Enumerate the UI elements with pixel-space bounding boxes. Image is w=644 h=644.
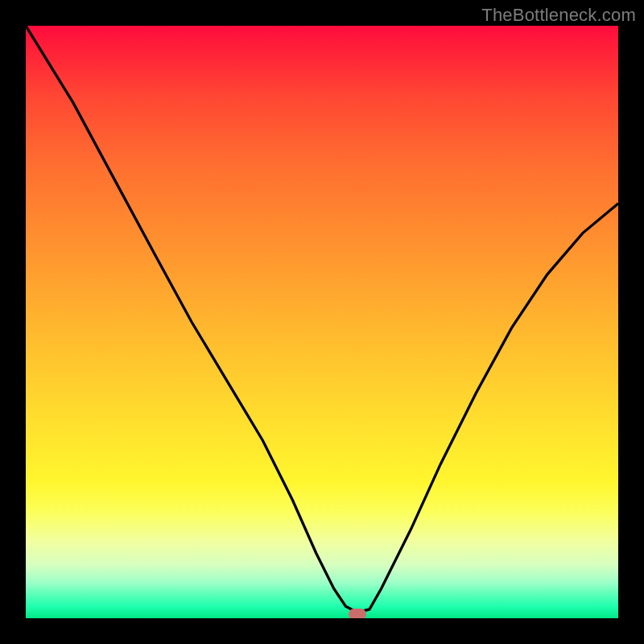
plot-area	[26, 26, 618, 618]
bottleneck-curve-path	[26, 26, 618, 613]
watermark-text: TheBottleneck.com	[481, 5, 636, 26]
bottleneck-chart: TheBottleneck.com	[0, 0, 644, 644]
curve-layer	[26, 26, 618, 618]
optimal-point-marker	[349, 609, 366, 618]
